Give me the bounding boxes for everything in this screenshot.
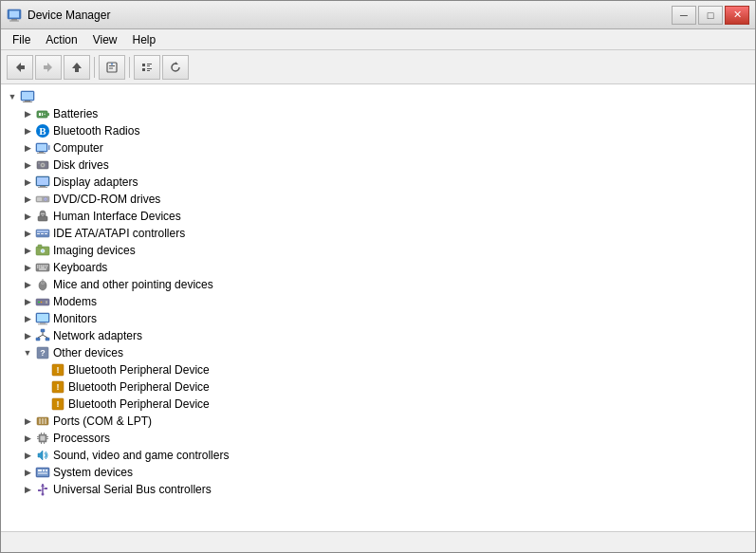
svg-rect-26 bbox=[39, 113, 41, 116]
svg-marker-128 bbox=[41, 484, 45, 487]
close-button[interactable]: ✕ bbox=[725, 6, 749, 25]
up-button[interactable] bbox=[64, 55, 90, 80]
tree-item-system-devices[interactable]: ▶ System devices bbox=[1, 464, 755, 481]
expand-mice[interactable]: ▶ bbox=[20, 277, 35, 292]
title-bar: Device Manager ─ □ ✕ bbox=[1, 1, 755, 29]
tree-item-ide-ata[interactable]: ▶ IDE ATA/ATAPI controllers bbox=[1, 225, 755, 242]
tree-item-bt-peripheral-2[interactable]: ! Bluetooth Peripheral Device bbox=[1, 378, 755, 396]
menu-help[interactable]: Help bbox=[125, 31, 164, 48]
tree-item-computer[interactable]: ▶ Computer bbox=[1, 139, 755, 157]
svg-text:?: ? bbox=[40, 348, 46, 358]
expand-modems[interactable]: ▶ bbox=[20, 294, 35, 309]
svg-rect-63 bbox=[39, 266, 41, 267]
svg-rect-27 bbox=[42, 113, 43, 116]
device-manager-window: Device Manager ─ □ ✕ File Action View He… bbox=[0, 0, 756, 553]
expand-computer[interactable]: ▶ bbox=[20, 140, 35, 156]
tree-item-display-adapters[interactable]: ▶ Display adapters bbox=[1, 174, 755, 191]
expand-keyboards[interactable]: ▶ bbox=[20, 260, 35, 275]
tree-item-ports[interactable]: ▶ Ports (COM & LPT) bbox=[1, 413, 755, 430]
other-devices-label: Other devices bbox=[53, 346, 123, 359]
tree-item-keyboards[interactable]: ▶ Keyboards bbox=[1, 259, 755, 276]
tree-item-sound[interactable]: ▶ Sound, video and game controllers bbox=[1, 447, 755, 464]
svg-rect-41 bbox=[37, 177, 48, 185]
svg-rect-114 bbox=[46, 436, 48, 437]
expand-sound[interactable]: ▶ bbox=[20, 448, 35, 463]
expand-other-devices[interactable]: ▼ bbox=[20, 345, 35, 360]
tree-item-bt-peripheral-1[interactable]: ! Bluetooth Peripheral Device bbox=[1, 361, 755, 378]
menu-action[interactable]: Action bbox=[38, 31, 84, 48]
expand-imaging[interactable]: ▶ bbox=[20, 243, 35, 258]
svg-rect-21 bbox=[22, 92, 33, 100]
svg-marker-120 bbox=[38, 451, 43, 460]
svg-rect-22 bbox=[25, 101, 30, 101]
back-button[interactable] bbox=[7, 55, 33, 80]
ports-label: Ports (COM & LPT) bbox=[53, 415, 152, 428]
expand-processors[interactable]: ▶ bbox=[20, 431, 35, 446]
svg-rect-72 bbox=[39, 269, 46, 270]
menu-file[interactable]: File bbox=[5, 31, 38, 48]
show-properties-button[interactable] bbox=[99, 55, 125, 80]
expand-system-devices[interactable]: ▶ bbox=[20, 465, 35, 480]
expand-monitors[interactable]: ▶ bbox=[20, 311, 35, 326]
expand-batteries[interactable]: ▶ bbox=[20, 106, 35, 121]
expand-usb[interactable]: ▶ bbox=[20, 482, 35, 497]
tree-item-processors[interactable]: ▶ Processors bbox=[1, 430, 755, 447]
svg-rect-68 bbox=[37, 267, 39, 268]
tree-item-dvd-cdrom[interactable]: ▶ DVD/CD-ROM drives bbox=[1, 191, 755, 208]
svg-point-78 bbox=[38, 302, 40, 304]
svg-rect-32 bbox=[37, 144, 46, 151]
refresh-button[interactable] bbox=[162, 55, 189, 80]
tree-item-usb[interactable]: ▶ Universal Serial Bus controllers bbox=[1, 481, 755, 498]
tree-item-network[interactable]: ▶ Network adapters bbox=[1, 327, 755, 344]
svg-rect-56 bbox=[45, 233, 47, 234]
expand-root[interactable]: ▼ bbox=[5, 89, 20, 104]
tree-item-monitors[interactable]: ▶ Monitors bbox=[1, 310, 755, 327]
expand-dvd-cdrom[interactable]: ▶ bbox=[20, 192, 35, 207]
ide-ata-label: IDE ATA/ATAPI controllers bbox=[53, 227, 185, 240]
tree-item-bt-peripheral-3[interactable]: ! Bluetooth Peripheral Device bbox=[1, 396, 755, 413]
svg-rect-11 bbox=[109, 67, 113, 68]
disk-icon bbox=[35, 157, 50, 173]
svg-rect-58 bbox=[38, 245, 42, 248]
expand-ports[interactable]: ▶ bbox=[20, 414, 35, 429]
expand-disk-drives[interactable]: ▶ bbox=[20, 157, 35, 173]
toolbar-separator-1 bbox=[94, 57, 95, 78]
expand-display-adapters[interactable]: ▶ bbox=[20, 175, 35, 190]
forward-button[interactable] bbox=[35, 55, 62, 80]
tree-item-hid[interactable]: ▶ Human Interface Devices bbox=[1, 208, 755, 225]
tree-item-root[interactable]: ▼ bbox=[1, 88, 755, 105]
monitors-label: Monitors bbox=[53, 312, 97, 325]
svg-rect-43 bbox=[38, 187, 47, 188]
device-tree[interactable]: ▼ ▶ Batteries bbox=[1, 84, 755, 531]
tree-item-bluetooth-radios[interactable]: ▶ B Bluetooth Radios bbox=[1, 122, 755, 139]
processor-icon bbox=[35, 431, 50, 446]
menu-view[interactable]: View bbox=[85, 31, 125, 48]
svg-line-90 bbox=[38, 335, 43, 338]
hid-icon bbox=[35, 209, 50, 224]
tree-item-batteries[interactable]: ▶ Batteries bbox=[1, 105, 755, 122]
expand-network[interactable]: ▶ bbox=[20, 328, 35, 343]
bluetooth-icon: B bbox=[35, 123, 50, 138]
svg-rect-111 bbox=[41, 436, 46, 441]
tree-item-mice[interactable]: ▶ Mice and other pointing devices bbox=[1, 276, 755, 293]
svg-point-105 bbox=[42, 418, 44, 420]
svg-rect-88 bbox=[46, 338, 49, 341]
tree-item-imaging[interactable]: ▶ Imaging devices bbox=[1, 242, 755, 259]
tree-item-disk-drives[interactable]: ▶ Disk drives bbox=[1, 157, 755, 174]
disk-drives-label: Disk drives bbox=[53, 158, 109, 172]
svg-rect-49 bbox=[41, 213, 45, 214]
minimize-button[interactable]: ─ bbox=[672, 6, 696, 25]
expand-hid[interactable]: ▶ bbox=[20, 209, 35, 224]
svg-rect-69 bbox=[39, 267, 41, 268]
expand-bluetooth-radios[interactable]: ▶ bbox=[20, 123, 35, 138]
expand-ide-ata[interactable]: ▶ bbox=[20, 226, 35, 241]
tree-item-other-devices[interactable]: ▼ ? Other devices bbox=[1, 344, 755, 361]
svg-text:!: ! bbox=[57, 382, 60, 392]
maximize-button[interactable]: □ bbox=[698, 6, 723, 25]
svg-rect-35 bbox=[48, 145, 50, 150]
view-button[interactable] bbox=[134, 55, 160, 80]
svg-rect-118 bbox=[41, 442, 42, 444]
modem-icon bbox=[35, 294, 50, 309]
svg-rect-87 bbox=[36, 338, 40, 341]
tree-item-modems[interactable]: ▶ Modems bbox=[1, 293, 755, 310]
